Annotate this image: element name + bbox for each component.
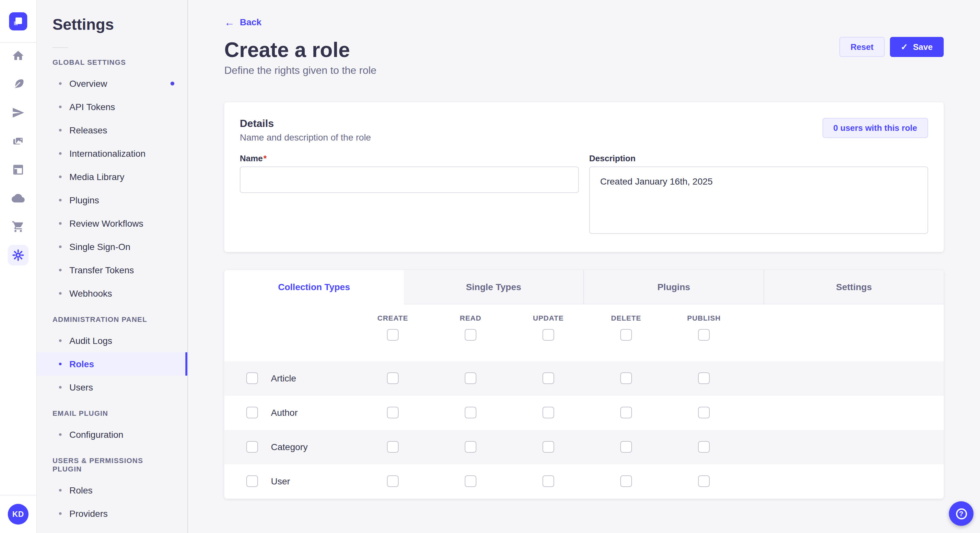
- column-label-delete: DELETE: [587, 314, 665, 322]
- sidebar-item-releases[interactable]: Releases: [37, 119, 187, 142]
- avatar[interactable]: KD: [8, 504, 29, 525]
- sidebar-item-audit-logs[interactable]: Audit Logs: [37, 329, 187, 352]
- icon-rail: KD: [0, 0, 37, 533]
- help-button[interactable]: [949, 501, 974, 526]
- nav-section-administration-panel: ADMINISTRATION PANELAudit LogsRolesUsers: [37, 316, 187, 399]
- user-select-checkbox[interactable]: [246, 475, 258, 487]
- save-button[interactable]: Save: [889, 37, 944, 57]
- rail-divider: [0, 495, 36, 495]
- author-create-checkbox[interactable]: [387, 407, 399, 418]
- description-textarea[interactable]: Created January 16th, 2025: [589, 166, 928, 233]
- row-label: Category: [271, 442, 308, 452]
- category-delete-checkbox[interactable]: [620, 441, 632, 453]
- reset-button[interactable]: Reset: [840, 37, 885, 57]
- author-select-checkbox[interactable]: [246, 407, 258, 418]
- media-library-icon[interactable]: [8, 131, 29, 152]
- category-read-checkbox[interactable]: [465, 441, 476, 453]
- tab-plugins[interactable]: Plugins: [583, 270, 764, 304]
- publish-select-all-checkbox[interactable]: [698, 329, 710, 340]
- cart-icon[interactable]: [8, 216, 29, 237]
- bullet-icon: [59, 152, 62, 155]
- author-delete-checkbox[interactable]: [620, 407, 632, 418]
- author-read-checkbox[interactable]: [465, 407, 476, 418]
- category-create-checkbox[interactable]: [387, 441, 399, 453]
- article-select-checkbox[interactable]: [246, 373, 258, 384]
- user-read-checkbox[interactable]: [465, 475, 476, 487]
- sidebar-item-plugins[interactable]: Plugins: [37, 189, 187, 212]
- article-publish-checkbox[interactable]: [698, 373, 710, 384]
- tab-settings[interactable]: Settings: [764, 270, 944, 304]
- sidebar-title: Settings: [52, 16, 172, 33]
- tab-collection-types[interactable]: Collection Types: [224, 270, 404, 304]
- category-select-checkbox[interactable]: [246, 441, 258, 453]
- logo-container: [0, 0, 36, 43]
- name-input[interactable]: [240, 166, 579, 193]
- sidebar-item-roles[interactable]: Roles: [37, 352, 187, 376]
- sidebar-item-label: Roles: [69, 359, 94, 370]
- category-publish-checkbox[interactable]: [698, 441, 710, 453]
- sidebar-item-api-tokens[interactable]: API Tokens: [37, 95, 187, 119]
- user-delete-checkbox[interactable]: [620, 475, 632, 487]
- user-publish-checkbox[interactable]: [698, 475, 710, 487]
- sidebar-sections: GLOBAL SETTINGSOverviewAPI TokensRelease…: [37, 58, 187, 525]
- sidebar-item-label: Overview: [69, 78, 107, 89]
- sidebar-item-roles[interactable]: Roles: [37, 479, 187, 502]
- update-select-all-checkbox[interactable]: [542, 329, 554, 340]
- article-update-checkbox[interactable]: [542, 373, 554, 384]
- sidebar-item-single-sign-on[interactable]: Single Sign-On: [37, 235, 187, 259]
- bullet-icon: [59, 433, 62, 436]
- create-select-all-checkbox[interactable]: [387, 329, 399, 340]
- user-update-checkbox[interactable]: [542, 475, 554, 487]
- sidebar-item-overview[interactable]: Overview: [37, 72, 187, 95]
- user-create-checkbox[interactable]: [387, 475, 399, 487]
- back-link[interactable]: Back: [224, 17, 261, 28]
- gear-icon[interactable]: [8, 245, 29, 265]
- cloud-icon[interactable]: [8, 188, 29, 209]
- layout-icon[interactable]: [8, 159, 29, 180]
- tab-single-types[interactable]: Single Types: [404, 270, 583, 304]
- permission-row-category: Category: [224, 430, 944, 464]
- bullet-icon: [59, 512, 62, 515]
- permission-row-user: User: [224, 464, 944, 498]
- article-create-checkbox[interactable]: [387, 373, 399, 384]
- bullet-icon: [59, 106, 62, 108]
- check-icon: [900, 42, 908, 52]
- strapi-logo-icon[interactable]: [9, 12, 27, 30]
- sidebar-item-internationalization[interactable]: Internationalization: [37, 142, 187, 165]
- sidebar-item-label: Internationalization: [69, 148, 145, 159]
- description-field-group: Description Created January 16th, 2025: [589, 153, 928, 236]
- article-read-checkbox[interactable]: [465, 373, 476, 384]
- sidebar-item-configuration[interactable]: Configuration: [37, 423, 187, 446]
- sidebar-item-webhooks[interactable]: Webhooks: [37, 282, 187, 305]
- read-select-all-checkbox[interactable]: [465, 329, 476, 340]
- save-label: Save: [913, 42, 933, 52]
- paper-plane-icon[interactable]: [8, 102, 29, 123]
- delete-select-all-checkbox[interactable]: [620, 329, 632, 340]
- permissions-rows: ArticleAuthorCategoryUser: [224, 361, 944, 498]
- sidebar-item-transfer-tokens[interactable]: Transfer Tokens: [37, 259, 187, 282]
- sidebar-item-label: Single Sign-On: [69, 241, 130, 252]
- row-label: User: [271, 476, 290, 486]
- content-feather-icon[interactable]: [8, 74, 29, 95]
- author-update-checkbox[interactable]: [542, 407, 554, 418]
- nav-section-header: EMAIL PLUGIN: [37, 409, 187, 418]
- bullet-icon: [59, 363, 62, 365]
- permissions-tabs: Collection TypesSingle TypesPluginsSetti…: [224, 270, 944, 304]
- article-delete-checkbox[interactable]: [620, 373, 632, 384]
- sidebar-item-media-library[interactable]: Media Library: [37, 165, 187, 189]
- sidebar-item-label: Providers: [69, 508, 108, 519]
- row-name-cell: Category: [224, 441, 354, 453]
- column-checkboxes-row: [224, 329, 944, 361]
- sidebar-item-label: Users: [69, 382, 93, 393]
- sidebar-item-users[interactable]: Users: [37, 376, 187, 399]
- sidebar-item-review-workflows[interactable]: Review Workflows: [37, 212, 187, 235]
- sidebar-item-label: API Tokens: [69, 102, 115, 113]
- category-update-checkbox[interactable]: [542, 441, 554, 453]
- users-with-role-button[interactable]: 0 users with this role: [822, 117, 928, 138]
- sidebar-item-providers[interactable]: Providers: [37, 502, 187, 525]
- sidebar-item-label: Review Workflows: [69, 218, 143, 229]
- author-publish-checkbox[interactable]: [698, 407, 710, 418]
- bullet-icon: [59, 129, 62, 132]
- home-icon[interactable]: [8, 45, 29, 66]
- column-label-publish: PUBLISH: [665, 314, 743, 322]
